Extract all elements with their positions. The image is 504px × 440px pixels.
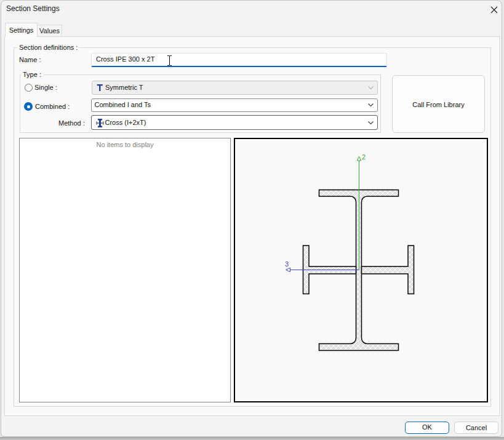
svg-text:2: 2	[362, 153, 366, 161]
svg-text:3: 3	[285, 260, 289, 268]
